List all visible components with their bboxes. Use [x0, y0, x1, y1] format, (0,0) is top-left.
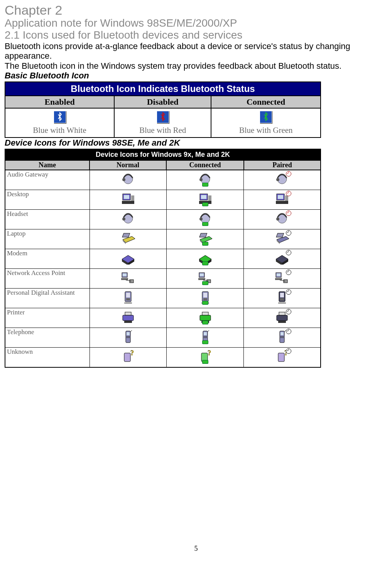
device-paired-icon — [244, 229, 321, 249]
svg-text:?: ? — [208, 350, 211, 357]
connected-badge-icon — [202, 222, 208, 226]
device-connected-icon — [166, 229, 244, 249]
table-row: Audio Gateway — [5, 170, 321, 190]
connected-badge-icon — [202, 261, 208, 265]
network-icon — [274, 271, 290, 284]
paired-badge-icon — [286, 171, 291, 177]
chapter-subtitle: Application note for Windows 98SE/ME/200… — [5, 17, 387, 29]
svg-rect-15 — [278, 195, 283, 199]
device-normal-icon: ? — [90, 347, 166, 367]
device-name-cell: Laptop — [5, 229, 90, 249]
paired-badge-icon — [286, 309, 291, 314]
device-normal-icon — [90, 190, 166, 209]
device-paired-icon — [244, 328, 321, 347]
headset-icon — [198, 173, 213, 186]
caption-disabled: Blue with Red — [139, 126, 186, 135]
table2-hdr-normal: Normal — [90, 160, 166, 170]
modem-icon — [274, 251, 290, 265]
svg-rect-83 — [280, 336, 281, 337]
device-name-cell: Modem — [5, 249, 90, 268]
device-name-cell: Telephone — [5, 328, 90, 347]
svg-rect-65 — [127, 336, 127, 337]
svg-rect-55 — [125, 312, 131, 315]
svg-rect-82 — [280, 332, 284, 335]
device-normal-icon — [90, 249, 166, 268]
basic-icon-heading: Basic Bluetooth Icon — [5, 71, 387, 81]
svg-rect-74 — [204, 336, 204, 337]
unknown-icon: ? — [198, 350, 213, 363]
desktop-icon — [120, 192, 136, 205]
device-name-cell: Headset — [5, 209, 90, 229]
svg-rect-56 — [124, 321, 132, 323]
device-icons-table: Device Icons for Windows 9x, Me and 2K N… — [5, 149, 321, 368]
svg-rect-73 — [204, 332, 207, 335]
svg-line-71 — [130, 330, 132, 332]
table2-title: Device Icons for Windows 9x, Me and 2K — [5, 149, 321, 160]
svg-rect-51 — [280, 293, 284, 297]
connected-badge-icon — [202, 242, 208, 246]
paired-badge-icon — [286, 191, 291, 196]
device-paired-icon: ? — [244, 347, 321, 367]
svg-rect-54 — [123, 315, 133, 321]
svg-rect-68 — [127, 337, 127, 338]
svg-rect-60 — [277, 315, 287, 321]
bluetooth-icon-red — [157, 111, 169, 123]
bluetooth-icon-white — [54, 111, 66, 123]
device-paired-icon — [244, 190, 321, 209]
svg-rect-84 — [282, 336, 282, 337]
svg-rect-26 — [276, 233, 284, 237]
table1-col-disabled: Disabled — [114, 96, 211, 108]
paired-badge-icon — [286, 250, 291, 255]
svg-rect-67 — [129, 336, 130, 337]
svg-rect-43 — [126, 293, 130, 297]
chapter-title: Chapter 2 — [5, 3, 387, 17]
svg-rect-86 — [280, 337, 281, 338]
device-paired-icon — [244, 209, 321, 229]
svg-point-5 — [276, 178, 279, 181]
headset-icon — [274, 212, 290, 225]
svg-rect-94 — [278, 353, 284, 362]
svg-rect-40 — [284, 280, 287, 283]
svg-rect-17 — [285, 195, 288, 201]
device-name-cell: Personal Digital Assistant — [5, 288, 90, 308]
svg-rect-7 — [124, 195, 129, 199]
svg-point-23 — [276, 217, 279, 221]
svg-rect-77 — [204, 337, 204, 338]
caption-enabled: Blue with White — [33, 126, 86, 135]
svg-rect-33 — [200, 273, 204, 276]
device-paired-icon — [244, 288, 321, 308]
device-normal-icon — [90, 170, 166, 190]
svg-rect-69 — [128, 337, 128, 338]
cell-connected: Blue with Green — [211, 108, 321, 138]
paired-badge-icon — [286, 270, 291, 275]
svg-rect-57 — [200, 315, 211, 321]
pda-icon — [120, 291, 136, 304]
table-row: Laptop — [5, 229, 321, 249]
device-connected-icon — [166, 190, 244, 209]
device-normal-icon — [90, 268, 166, 288]
connected-badge-icon — [202, 301, 208, 305]
svg-rect-9 — [131, 195, 134, 201]
svg-rect-25 — [199, 233, 207, 237]
svg-rect-52 — [280, 298, 284, 301]
svg-rect-39 — [275, 278, 282, 280]
network-icon — [120, 271, 136, 284]
device-paired-icon — [244, 170, 321, 190]
svg-rect-11 — [201, 195, 206, 199]
connected-badge-icon — [202, 183, 208, 187]
svg-rect-8 — [122, 201, 134, 204]
table-row: Desktop — [5, 190, 321, 209]
device-connected-icon — [166, 328, 244, 347]
device-normal-icon — [90, 308, 166, 328]
svg-rect-24 — [122, 233, 130, 237]
table-row: Personal Digital Assistant — [5, 288, 321, 308]
phone-icon — [120, 330, 136, 343]
device-name-cell: Printer — [5, 308, 90, 328]
svg-rect-75 — [205, 336, 206, 337]
svg-rect-64 — [127, 332, 130, 335]
headset-icon — [198, 212, 213, 225]
table-row: Network Access Point — [5, 268, 321, 288]
device-connected-icon: ? — [166, 347, 244, 367]
table1-col-connected: Connected — [211, 96, 321, 108]
connected-badge-icon — [202, 360, 208, 364]
